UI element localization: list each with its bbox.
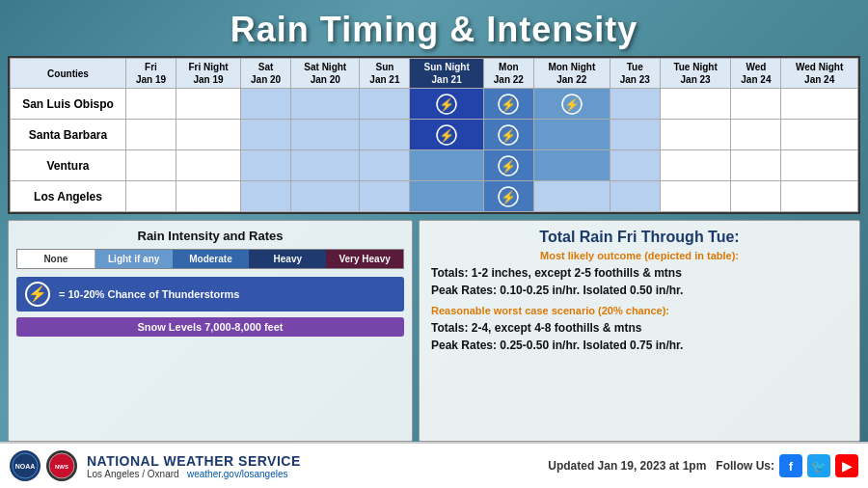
table-cell — [126, 89, 176, 120]
header-mon: MonJan 22 — [483, 59, 533, 89]
svg-text:⚡: ⚡ — [501, 126, 517, 143]
svg-text:⚡: ⚡ — [501, 188, 517, 204]
table-cell — [360, 89, 410, 120]
table-cell — [781, 89, 858, 120]
legend-panel: Rain Intensity and Rates None Light if a… — [8, 220, 413, 442]
table-cell — [241, 181, 291, 212]
table-cell — [176, 150, 240, 181]
table-cell — [533, 120, 610, 150]
header-fri: FriJan 19 — [126, 59, 176, 89]
thunder-legend: ⚡ = 10-20% Chance of Thunderstorms — [16, 277, 404, 312]
table-cell — [410, 181, 483, 212]
thunder-legend-text: = 10-20% Chance of Thunderstorms — [59, 288, 239, 300]
header-mon-night: Mon NightJan 22 — [533, 59, 610, 89]
nws-url[interactable]: weather.gov/losangeles — [187, 469, 288, 479]
table-cell — [660, 181, 731, 212]
table-cell — [731, 181, 781, 212]
table-cell — [126, 150, 176, 181]
table-cell — [731, 150, 781, 181]
table-cell — [660, 89, 731, 120]
page-title: Rain Timing & Intensity — [0, 10, 868, 50]
table-cell — [291, 120, 360, 150]
footer-updated: Updated Jan 19, 2023 at 1pm — [548, 459, 706, 473]
table-cell — [610, 89, 660, 120]
table-cell — [781, 181, 858, 212]
table-cell: ⚡ — [483, 120, 533, 150]
nws-location: Los Angeles / Oxnard weather.gov/losange… — [87, 469, 538, 479]
svg-text:NOAA: NOAA — [15, 463, 36, 470]
table-cell — [660, 150, 731, 181]
header-sat-night: Sat NightJan 20 — [291, 59, 360, 89]
table-cell — [241, 120, 291, 150]
svg-text:⚡: ⚡ — [501, 95, 517, 112]
table-cell — [610, 181, 660, 212]
nws-name: NATIONAL WEATHER SERVICE — [87, 453, 538, 469]
table-cell — [126, 181, 176, 212]
table-cell — [291, 181, 360, 212]
header-sat: SatJan 20 — [241, 59, 291, 89]
intensity-none: None — [17, 250, 95, 268]
header-fri-night: Fri NightJan 19 — [176, 59, 240, 89]
title-bar: Rain Timing & Intensity — [0, 0, 868, 56]
table-cell — [660, 120, 731, 150]
info-text-block2: Totals: 2-4, except 4-8 foothills & mtns… — [431, 319, 848, 354]
info-line1: Totals: 1-2 inches, except 2-5 foothills… — [431, 266, 682, 280]
nws-logo: NWS — [46, 450, 77, 481]
intensity-moderate: Moderate — [173, 250, 250, 268]
intensity-vheavy: Very Heavy — [326, 250, 403, 268]
table-cell: ⚡ — [483, 181, 533, 212]
svg-text:⚡: ⚡ — [28, 285, 47, 303]
table-cell: ⚡ — [410, 120, 483, 150]
table-cell — [176, 120, 240, 150]
header-tue-night: Tue NightJan 23 — [660, 59, 731, 89]
table-cell: ⚡ — [483, 150, 533, 181]
table-cell — [241, 150, 291, 181]
table-cell: ⚡ — [483, 89, 533, 120]
table-cell — [731, 120, 781, 150]
counties-header: Counties — [11, 59, 126, 89]
nws-text-block: NATIONAL WEATHER SERVICE Los Angeles / O… — [87, 453, 538, 479]
svg-text:⚡: ⚡ — [439, 95, 455, 112]
footer: NOAA NWS NATIONAL WEATHER SERVICE Los An… — [0, 442, 868, 488]
rain-table: Counties FriJan 19 Fri NightJan 19 SatJa… — [10, 58, 858, 212]
noaa-logo: NOAA — [10, 450, 41, 481]
table-row: Santa Barbara ⚡ ⚡ — [11, 120, 858, 150]
info-panel: Total Rain Fri Through Tue: Most likely … — [419, 220, 860, 442]
twitter-icon[interactable]: 🐦 — [807, 454, 830, 477]
table-cell — [291, 150, 360, 181]
snow-legend: Snow Levels 7,000-8,000 feet — [16, 317, 404, 337]
table-cell — [360, 150, 410, 181]
intensity-bar: None Light if any Moderate Heavy Very He… — [16, 249, 404, 269]
svg-text:⚡: ⚡ — [501, 157, 517, 174]
table-cell — [291, 89, 360, 120]
info-subtitle2: Reasonable worst case scenario (20% chan… — [431, 305, 848, 316]
info-line4: Peak Rates: 0.25-0.50 in/hr. Isolated 0.… — [431, 339, 683, 352]
intensity-light: Light if any — [95, 250, 173, 268]
table-cell — [781, 150, 858, 181]
svg-text:⚡: ⚡ — [564, 95, 581, 112]
info-line3: Totals: 2-4, except 4-8 foothills & mtns — [431, 321, 641, 335]
footer-follow: Follow Us: f 🐦 ▶ — [716, 454, 858, 477]
info-title: Total Rain Fri Through Tue: — [431, 229, 848, 246]
nws-location-text: Los Angeles / Oxnard — [87, 469, 179, 479]
table-cell — [126, 120, 176, 150]
header-sun-night: Sun NightJan 21 — [410, 59, 483, 89]
table-cell — [360, 120, 410, 150]
table-cell — [410, 150, 483, 181]
table-cell — [610, 150, 660, 181]
legend-title: Rain Intensity and Rates — [16, 229, 404, 243]
table-row: San Luis Obispo ⚡ ⚡ ⚡ — [11, 89, 858, 120]
thunder-legend-icon: ⚡ — [24, 281, 51, 308]
follow-label: Follow Us: — [716, 459, 774, 473]
facebook-icon[interactable]: f — [779, 454, 802, 477]
table-cell — [241, 89, 291, 120]
county-name: Los Angeles — [11, 181, 126, 212]
table-cell — [781, 120, 858, 150]
table-cell — [731, 89, 781, 120]
snow-legend-text: Snow Levels 7,000-8,000 feet — [137, 321, 283, 333]
county-name: Santa Barbara — [11, 120, 126, 150]
info-line2: Peak Rates: 0.10-0.25 in/hr. Isolated 0.… — [431, 284, 683, 297]
header-tue: TueJan 23 — [610, 59, 660, 89]
header-sun: SunJan 21 — [360, 59, 410, 89]
youtube-icon[interactable]: ▶ — [835, 454, 858, 477]
